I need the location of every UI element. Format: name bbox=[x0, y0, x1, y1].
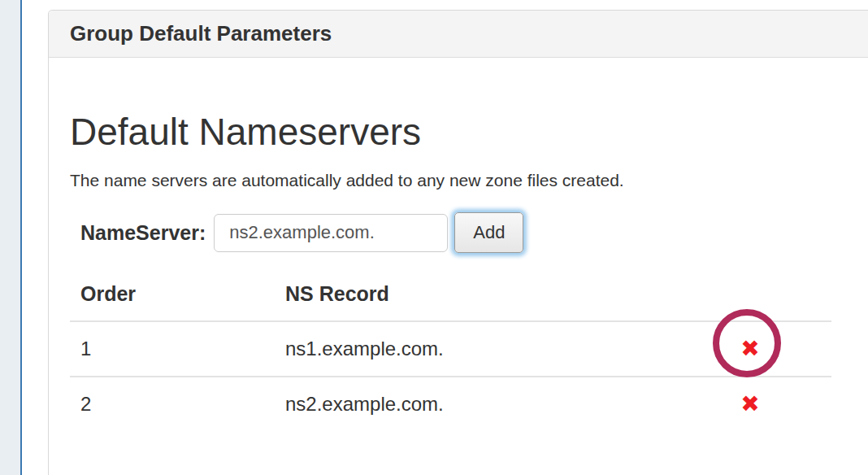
left-sidebar-strip bbox=[0, 0, 20, 475]
table-row: 1ns1.example.com.✖ bbox=[70, 321, 831, 377]
panel-body: Default Nameservers The name servers are… bbox=[49, 58, 868, 451]
actions-cell: ✖ bbox=[669, 321, 831, 377]
add-button[interactable]: Add bbox=[454, 212, 523, 253]
delete-icon[interactable]: ✖ bbox=[740, 393, 759, 416]
actions-cell: ✖ bbox=[669, 377, 831, 431]
ns-record-column-header: NS Record bbox=[275, 272, 669, 321]
ns-record-cell: ns2.example.com. bbox=[275, 377, 669, 431]
order-cell: 1 bbox=[70, 321, 275, 377]
nameserver-form: NameServer: Add bbox=[70, 212, 868, 253]
left-accent-line bbox=[20, 0, 22, 475]
nameserver-input[interactable] bbox=[214, 214, 448, 252]
actions-column-header bbox=[669, 272, 831, 321]
ns-record-cell: ns1.example.com. bbox=[275, 321, 669, 377]
nameserver-label: NameServer: bbox=[80, 221, 206, 245]
table-header-row: Order NS Record bbox=[70, 272, 831, 321]
order-cell: 2 bbox=[70, 377, 275, 431]
page-title: Default Nameservers bbox=[70, 111, 868, 154]
section-description: The name servers are automatically added… bbox=[70, 168, 868, 192]
panel-title: Group Default Parameters bbox=[49, 11, 868, 58]
ns-table-body: 1ns1.example.com.✖2ns2.example.com.✖ bbox=[70, 321, 831, 431]
delete-icon[interactable]: ✖ bbox=[740, 338, 759, 360]
order-column-header: Order bbox=[70, 272, 275, 321]
table-row: 2ns2.example.com.✖ bbox=[70, 377, 831, 431]
group-default-parameters-panel: Group Default Parameters Default Nameser… bbox=[48, 10, 868, 475]
nameserver-table: Order NS Record 1ns1.example.com.✖2ns2.e… bbox=[70, 272, 831, 431]
